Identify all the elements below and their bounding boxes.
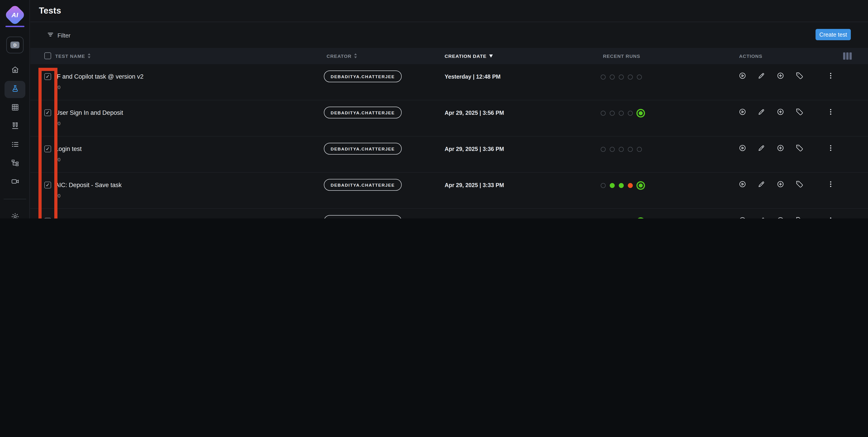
- test-name[interactable]: IF and Copilot task @ version v2: [55, 73, 144, 80]
- table-row: IF and Copilot task @ version v2v0DEBADI…: [30, 64, 868, 100]
- play-icon: [738, 180, 746, 189]
- sidebar-item-settings[interactable]: [4, 210, 25, 218]
- run-dot-none: [610, 147, 615, 152]
- row-action-play-button[interactable]: [736, 70, 749, 83]
- column-header-created[interactable]: CREATION DATE: [445, 48, 493, 64]
- row-action-tag-button[interactable]: [793, 106, 806, 119]
- test-name[interactable]: Login test: [55, 145, 82, 152]
- creator-chip: DEBADITYA.CHATTERJEE: [324, 179, 402, 191]
- row-action-kebab-button[interactable]: [824, 215, 837, 218]
- workspace-switcher[interactable]: D: [6, 37, 24, 53]
- recent-runs: [601, 110, 645, 116]
- row-action-kebab-button[interactable]: [824, 142, 837, 155]
- sort-desc-icon: [489, 53, 493, 59]
- row-action-edit-button[interactable]: [755, 142, 768, 155]
- sidebar-item-runs[interactable]: [4, 136, 25, 155]
- sidebar-divider: [4, 199, 26, 199]
- app-window: AI D DC Tests Filter Create test TEST NA…: [0, 0, 868, 218]
- row-action-add-circle-button[interactable]: [774, 142, 786, 155]
- test-name[interactable]: AIC: Deposit - Save task: [55, 182, 122, 189]
- tag-icon: [796, 108, 803, 117]
- row-checkbox[interactable]: [44, 145, 51, 152]
- row-action-play-button[interactable]: [736, 106, 749, 119]
- tree-icon: [11, 159, 19, 169]
- row-action-kebab-button[interactable]: [824, 70, 837, 83]
- row-action-play-button[interactable]: [736, 142, 749, 155]
- row-action-play-button[interactable]: [736, 178, 749, 191]
- sidebar-nav: [0, 62, 30, 192]
- brand-logo-text: AI: [11, 11, 18, 19]
- sidebar-item-recordings[interactable]: [4, 173, 25, 192]
- creation-date: Apr 29, 2025 | 3:33 PM: [445, 182, 504, 189]
- row-action-tag-button[interactable]: [793, 142, 806, 155]
- recent-runs: [601, 74, 642, 79]
- column-header-runs: RECENT RUNS: [603, 48, 640, 64]
- row-action-kebab-button[interactable]: [824, 178, 837, 191]
- run-dot-fail: [628, 183, 633, 188]
- row-action-add-circle-button[interactable]: [774, 70, 786, 83]
- sidebar-item-suites[interactable]: [4, 117, 25, 136]
- column-header-actions: ACTIONS: [739, 48, 763, 64]
- run-dot-none: [619, 110, 624, 115]
- row-action-kebab-button[interactable]: [824, 106, 837, 119]
- kebab-icon: [827, 144, 834, 153]
- row-checkbox[interactable]: [44, 182, 51, 189]
- row-action-add-circle-button[interactable]: [774, 106, 786, 119]
- row-action-edit-button[interactable]: [755, 215, 768, 218]
- row-actions: [736, 106, 837, 119]
- row-action-edit-button[interactable]: [755, 70, 768, 83]
- play-icon: [738, 144, 746, 153]
- play-icon: [738, 72, 746, 81]
- row-checkbox[interactable]: [44, 218, 51, 218]
- edit-icon: [757, 108, 765, 117]
- columns-icon[interactable]: [843, 53, 852, 60]
- video-icon: [11, 177, 19, 188]
- grid-icon: [11, 103, 19, 113]
- kebab-icon: [827, 72, 834, 81]
- page-title: Tests: [39, 6, 61, 16]
- add-circle-icon: [776, 72, 784, 81]
- row-action-edit-button[interactable]: [755, 106, 768, 119]
- column-header-creator[interactable]: CREATOR: [327, 48, 357, 64]
- tag-icon: [796, 216, 803, 218]
- run-dot-none: [610, 74, 615, 79]
- select-all-checkbox[interactable]: [44, 53, 51, 59]
- table-row: User Sign In and Depositv0DEBADITYA.CHAT…: [30, 100, 868, 136]
- run-dot-none: [628, 147, 633, 152]
- table-row: Login testv0DEBADITYA.CHATTERJEEApr 29, …: [30, 136, 868, 173]
- row-action-tag-button[interactable]: [793, 178, 806, 191]
- sidebar-item-home[interactable]: [4, 62, 25, 80]
- row-checkbox[interactable]: [44, 109, 51, 116]
- row-action-tag-button[interactable]: [793, 70, 806, 83]
- creator-chip: DEBADITYA.CHATTERJEE: [324, 70, 402, 82]
- row-action-tag-button[interactable]: [793, 215, 806, 218]
- sidebar-item-grid[interactable]: [4, 99, 25, 117]
- flask-icon: [11, 84, 19, 95]
- row-action-edit-button[interactable]: [755, 178, 768, 191]
- sidebar-item-tests[interactable]: [4, 81, 25, 98]
- filter-button[interactable]: Filter: [47, 31, 70, 39]
- run-dot-none: [601, 74, 606, 79]
- row-action-add-circle-button[interactable]: [774, 215, 786, 218]
- recent-runs: [601, 182, 645, 188]
- table-body: IF and Copilot task @ version v2v0DEBADI…: [30, 64, 868, 218]
- edit-icon: [757, 216, 765, 218]
- column-header-name[interactable]: TEST NAME: [55, 48, 91, 64]
- test-name[interactable]: AI Task Save: [55, 218, 91, 218]
- kebab-icon: [827, 216, 834, 218]
- edit-icon: [757, 180, 765, 189]
- row-action-add-circle-button[interactable]: [774, 178, 786, 191]
- sidebar-item-flows[interactable]: [4, 155, 25, 173]
- test-name[interactable]: User Sign In and Deposit: [55, 109, 123, 116]
- create-test-button[interactable]: Create test: [815, 29, 851, 40]
- gear-icon: [11, 212, 19, 218]
- edit-icon: [757, 72, 765, 81]
- brand-logo: AI: [6, 6, 24, 24]
- run-dot-none: [601, 147, 606, 152]
- test-version: v0: [55, 193, 60, 198]
- add-circle-icon: [776, 180, 784, 189]
- creation-date: Yesterday | 12:48 PM: [445, 74, 500, 80]
- row-action-play-button[interactable]: [736, 215, 749, 218]
- workspace-badge: D: [10, 41, 20, 48]
- row-checkbox[interactable]: [44, 73, 51, 80]
